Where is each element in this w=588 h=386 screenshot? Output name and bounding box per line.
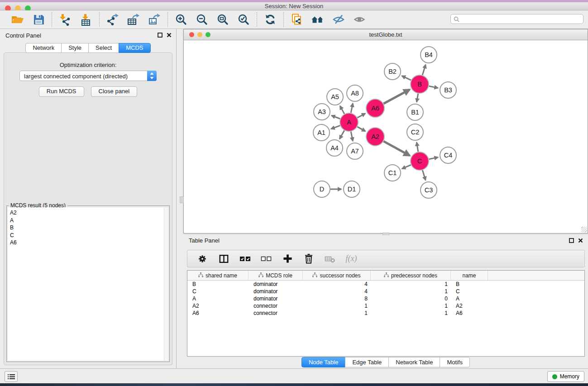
table-cell[interactable]: dominator <box>249 295 303 302</box>
mcds-result-item[interactable]: A2 <box>8 207 164 217</box>
table-cell[interactable]: 4 <box>303 288 371 295</box>
float-table-panel-icon[interactable] <box>569 238 574 243</box>
export-network-button[interactable] <box>106 13 120 26</box>
table-cell[interactable]: dominator <box>249 288 303 295</box>
graph-edge-A-A7[interactable] <box>351 132 353 141</box>
table-cell[interactable]: 1 <box>371 281 451 287</box>
graph-edge-B-B1[interactable] <box>417 94 418 102</box>
table-cell[interactable]: 8 <box>303 295 371 302</box>
tab-network[interactable]: Network <box>25 43 62 53</box>
table-row[interactable]: A2connector11A2 <box>187 302 584 310</box>
table-cell[interactable]: 1 <box>303 303 371 309</box>
graph-edge-A-A4[interactable] <box>339 130 344 139</box>
hide-eye-button[interactable] <box>332 13 345 26</box>
divider-handle-vertical[interactable] <box>180 196 184 203</box>
app-titlebar[interactable]: Session: New Session <box>0 2 588 10</box>
add-button[interactable] <box>282 253 293 265</box>
column-header-predecessor-nodes[interactable]: predecessor nodes <box>371 271 451 280</box>
graph-edge-A6-B[interactable] <box>383 90 410 104</box>
select-all-checks-button[interactable] <box>239 253 251 265</box>
table-cell[interactable]: 1 <box>303 310 371 316</box>
network-document-button[interactable] <box>290 13 304 26</box>
graph-edge-C-C1[interactable] <box>402 165 411 169</box>
mcds-result-item[interactable]: A <box>8 217 164 224</box>
table-cell[interactable]: connector <box>249 310 303 316</box>
neighbors-homes-button[interactable] <box>311 13 325 26</box>
close-panel-icon[interactable] <box>167 33 172 38</box>
save-button[interactable] <box>32 13 45 26</box>
column-header-MCDS-role[interactable]: MCDS role <box>249 271 303 280</box>
zoom-fit-button[interactable] <box>216 13 229 26</box>
criterion-dropdown[interactable]: largest connected component (directed) <box>19 71 157 81</box>
tab-motifs[interactable]: Motifs <box>440 357 470 367</box>
table-cell[interactable]: connector <box>249 303 303 309</box>
network-zoom-button[interactable] <box>206 32 210 37</box>
run-mcds-button[interactable]: Run MCDS <box>39 86 84 97</box>
table-cell[interactable]: A <box>451 295 488 302</box>
export-table-button[interactable] <box>127 13 140 26</box>
clear-checks-button[interactable] <box>260 253 272 265</box>
refresh-button[interactable] <box>263 13 277 26</box>
graph-edge-B-B3[interactable] <box>429 86 438 88</box>
graph-edge-A-A6[interactable] <box>358 114 365 118</box>
table-cell[interactable]: A6 <box>451 310 488 316</box>
table-row[interactable]: Bdominator41B <box>187 281 584 288</box>
graph-edge-A-A5[interactable] <box>340 106 344 114</box>
mcds-result-item[interactable]: A6 <box>8 239 164 247</box>
column-header-successor-nodes[interactable]: successor nodes <box>303 271 371 280</box>
table-cell[interactable]: B <box>187 281 249 287</box>
table-cell[interactable]: 0 <box>371 295 451 302</box>
zoom-selected-button[interactable] <box>237 13 250 26</box>
tab-style[interactable]: Style <box>61 43 89 53</box>
search-field[interactable] <box>450 14 583 24</box>
graph-edge-A-A8[interactable] <box>351 104 353 113</box>
tab-mcds[interactable]: MCDS <box>119 43 150 53</box>
zoom-in-button[interactable] <box>174 13 188 26</box>
table-cell[interactable]: 1 <box>371 288 451 295</box>
network-minimize-button[interactable] <box>197 32 202 37</box>
task-history-button[interactable] <box>5 371 18 382</box>
tab-edge-table[interactable]: Edge Table <box>345 357 389 367</box>
mcds-result-list[interactable]: A2ABCA6 <box>8 207 164 361</box>
tab-node-table[interactable]: Node Table <box>301 357 346 367</box>
table-cell[interactable]: A2 <box>451 303 488 309</box>
show-eye-button[interactable] <box>353 13 366 26</box>
mcds-result-item[interactable]: B <box>8 224 164 232</box>
split-columns-button[interactable] <box>218 253 229 265</box>
graph-edge-A-A3[interactable] <box>331 115 340 119</box>
table-row[interactable]: Cdominator41C <box>187 288 584 295</box>
graph-edge-A2-C[interactable] <box>383 141 410 156</box>
table-cell[interactable]: 4 <box>303 281 371 287</box>
import-table-button[interactable] <box>79 13 93 26</box>
table-row[interactable]: Adominator80A <box>187 295 584 302</box>
mcds-list-scrollbar[interactable] <box>164 207 168 361</box>
table-cell[interactable]: A <box>187 295 249 302</box>
zoom-out-button[interactable] <box>195 13 209 26</box>
tab-select[interactable]: Select <box>88 43 119 53</box>
column-header-shared-name[interactable]: shared name <box>187 271 249 280</box>
network-canvas[interactable]: B4B2BB3A8A5A6A3B1AC2A1A2A4A7C4CC1DD1C3 <box>184 40 588 233</box>
network-window-titlebar[interactable]: testGlobe.txt <box>184 29 588 40</box>
import-network-button[interactable] <box>58 13 72 26</box>
graph-edge-C-C3[interactable] <box>422 170 425 180</box>
graph-edge-B-B4[interactable] <box>422 65 425 75</box>
resize-grip[interactable] <box>581 227 587 233</box>
table-cell[interactable]: C <box>451 288 488 295</box>
close-panel-button[interactable]: Close panel <box>91 86 138 97</box>
column-header-name[interactable]: name <box>451 271 488 280</box>
search-input[interactable] <box>461 15 583 23</box>
mcds-result-item[interactable]: C <box>8 232 164 239</box>
graph-edge-A-A1[interactable] <box>331 125 340 129</box>
memory-button[interactable]: Memory <box>547 371 584 382</box>
table-cell[interactable]: 1 <box>371 310 451 316</box>
table-cell[interactable]: C <box>187 288 249 295</box>
close-table-panel-icon[interactable] <box>578 238 583 243</box>
table-cell[interactable]: 1 <box>371 303 451 309</box>
tab-network-table[interactable]: Network Table <box>388 357 440 367</box>
graph-edge-C-C2[interactable] <box>417 143 418 152</box>
open-folder-button[interactable] <box>11 13 24 26</box>
table-cell[interactable]: A6 <box>187 310 249 316</box>
export-image-button[interactable] <box>148 13 161 26</box>
settings-button[interactable] <box>196 253 208 265</box>
table-row[interactable]: A6connector11A6 <box>187 310 584 317</box>
